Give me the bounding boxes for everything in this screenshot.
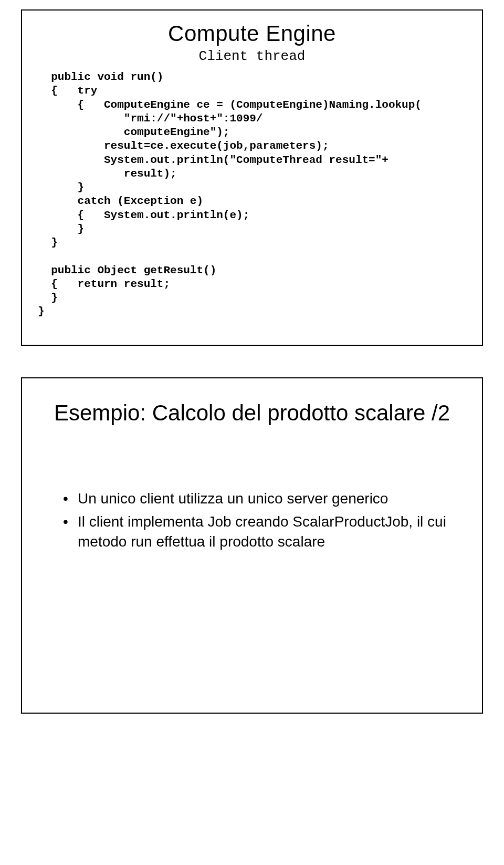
slide-title: Esempio: Calcolo del prodotto scalare /2	[37, 400, 467, 426]
code-block: public void run() { try { ComputeEngine …	[38, 70, 467, 319]
slide-esempio: Esempio: Calcolo del prodotto scalare /2…	[21, 377, 483, 714]
slide-compute-engine: Compute Engine Client thread public void…	[21, 9, 483, 346]
list-item: Il client implementa Job creando ScalarP…	[63, 512, 457, 552]
slide-title: Compute Engine	[37, 21, 467, 46]
page: Compute Engine Client thread public void…	[0, 9, 504, 714]
list-item: Un unico client utilizza un unico server…	[63, 489, 457, 509]
bullet-list: Un unico client utilizza un unico server…	[63, 489, 457, 551]
slide-subtitle: Client thread	[37, 48, 467, 64]
